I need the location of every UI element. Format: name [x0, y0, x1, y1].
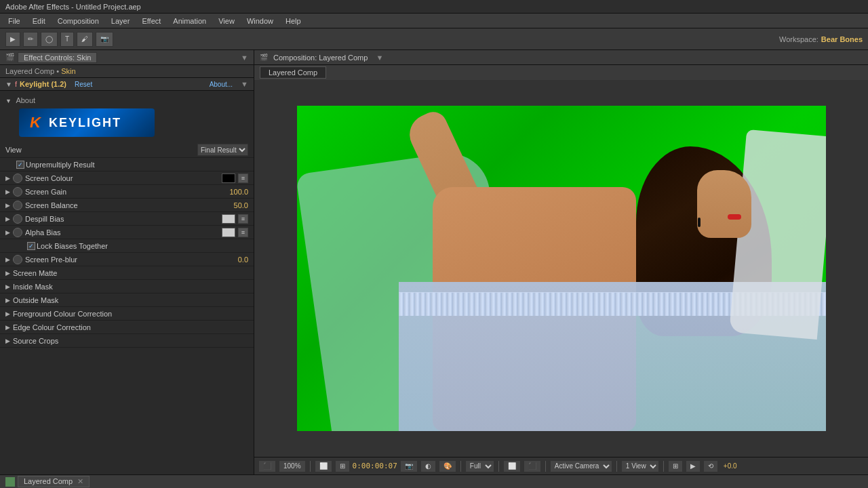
viewer-show-alpha-btn[interactable]: ◐	[420, 460, 436, 472]
effect-reset-btn[interactable]: Reset	[75, 81, 92, 88]
viewer-reset-btn[interactable]: ⟲	[703, 460, 718, 472]
toolbar-select[interactable]: ▶	[5, 32, 20, 47]
face	[697, 170, 751, 238]
edge-colour-expand[interactable]: ▶	[5, 324, 10, 331]
effect-controls-tab[interactable]: Effect Controls: Skin	[18, 52, 97, 63]
panel-icon: 🎬	[5, 53, 15, 62]
toolbar-pen[interactable]: ✏	[23, 32, 38, 47]
toolbar-text[interactable]: T	[60, 32, 74, 47]
comp-tab-layered[interactable]: Layered Comp	[260, 66, 326, 79]
edge-colour-label: Edge Colour Correction	[13, 323, 248, 331]
view-dropdown[interactable]: Final Result	[197, 144, 248, 156]
view-row: View Final Result	[0, 142, 254, 158]
preblur-stopwatch[interactable]	[13, 255, 22, 264]
toolbar-camera[interactable]: 📷	[96, 32, 113, 47]
despill-bias-expand[interactable]: ▶	[5, 216, 10, 222]
preblur-value[interactable]: 0.0	[238, 256, 248, 264]
screen-colour-swatch[interactable]	[222, 174, 235, 183]
effect-toggle-icon[interactable]: f	[15, 80, 17, 88]
panel-close[interactable]: ▼	[241, 54, 248, 62]
breadcrumb-layer: Skin	[61, 67, 75, 75]
lock-biases-checkbox[interactable]	[27, 242, 35, 250]
viewer-camera-select[interactable]: Active Camera	[550, 460, 612, 472]
screen-colour-label: Screen Colour	[25, 174, 222, 182]
viewer-3d-btn[interactable]: ⊞	[668, 460, 683, 472]
viewer-offset: +0.0	[724, 462, 737, 470]
screen-colour-stopwatch[interactable]	[13, 174, 22, 183]
about-label: About	[16, 96, 35, 104]
comp-tabs-bar: Layered Comp	[254, 65, 868, 80]
toolbar-shape[interactable]: ◯	[41, 32, 58, 47]
timeline-tab-close[interactable]: ✕	[77, 477, 83, 485]
preblur-expand[interactable]: ▶	[5, 256, 10, 263]
viewer-grid-btn[interactable]: ⊞	[335, 460, 350, 472]
earring	[698, 218, 701, 227]
despill-swatch[interactable]	[222, 214, 235, 224]
about-expand[interactable]: ▼	[5, 98, 12, 104]
fg-colour-label: Foreground Colour Correction	[13, 310, 248, 318]
screen-balance-stopwatch[interactable]	[13, 201, 22, 210]
screen-gain-expand[interactable]: ▶	[5, 188, 10, 195]
screen-colour-gradient[interactable]: ≡	[238, 174, 248, 183]
screen-balance-label: Screen Balance	[25, 201, 234, 209]
viewer-snapshot-btn[interactable]: 📷	[400, 460, 418, 472]
viewer-toggle-transparency-btn[interactable]: ⬜	[503, 460, 521, 472]
screen-colour-expand[interactable]: ▶	[5, 175, 10, 182]
effect-expand-icon[interactable]: ▼	[5, 81, 12, 88]
effect-about-btn[interactable]: About...	[210, 81, 233, 88]
despill-stopwatch[interactable]	[13, 214, 22, 224]
viewer-resolution-select[interactable]: Full	[465, 460, 494, 472]
alpha-swatch[interactable]	[222, 228, 235, 237]
viewer-view-select[interactable]: 1 View	[621, 460, 659, 472]
menu-effect[interactable]: Effect	[136, 16, 166, 26]
comp-viewport	[254, 80, 868, 457]
timeline-icon	[5, 477, 15, 487]
menu-help[interactable]: Help	[280, 16, 307, 26]
alpha-bias-expand[interactable]: ▶	[5, 229, 10, 236]
viewer-fit-btn[interactable]: ⬜	[315, 460, 332, 472]
despill-gradient[interactable]: ≡	[238, 214, 248, 224]
viewer-pixels-btn[interactable]: ⬛	[524, 460, 541, 472]
toolbar-brush[interactable]: 🖌	[77, 32, 93, 47]
inside-mask-expand[interactable]: ▶	[5, 283, 10, 290]
screen-colour-row: ▶ Screen Colour ≡	[0, 171, 254, 185]
screen-balance-expand[interactable]: ▶	[5, 202, 10, 209]
viewer-sep1	[310, 461, 311, 472]
source-crops-expand[interactable]: ▶	[5, 338, 10, 344]
menu-window[interactable]: Window	[241, 16, 279, 26]
menu-view[interactable]: View	[213, 16, 240, 26]
app-title: Adobe After Effects - Untitled Project.a…	[5, 3, 141, 11]
menu-animation[interactable]: Animation	[167, 16, 212, 26]
effect-header: ▼ f Keylight (1.2) Reset About... ▼	[0, 78, 254, 91]
viewer-render-btn[interactable]: ▶	[686, 460, 701, 472]
viewer-zoom-btn[interactable]: 100%	[279, 460, 306, 472]
comp-header: 🎬 Composition: Layered Comp ▼	[254, 50, 868, 65]
lock-biases-label: Lock Biases Together	[37, 242, 248, 250]
inside-mask-label: Inside Mask	[13, 283, 248, 291]
screen-balance-value[interactable]: 50.0	[234, 201, 248, 209]
viewer-color-btn[interactable]: 🎨	[439, 460, 456, 472]
unpremultiply-checkbox[interactable]	[16, 161, 24, 169]
timeline-tab[interactable]: Layered Comp ✕	[18, 476, 90, 487]
screen-matte-label: Screen Matte	[13, 269, 248, 277]
fg-colour-expand[interactable]: ▶	[5, 310, 10, 317]
left-panel: 🎬 Effect Controls: Skin ▼ Layered Comp •…	[0, 50, 254, 474]
menu-layer[interactable]: Layer	[106, 16, 136, 26]
screen-gain-value[interactable]: 100.0	[229, 188, 248, 196]
menu-composition[interactable]: Composition	[52, 16, 104, 26]
alpha-gradient[interactable]: ≡	[238, 228, 248, 237]
menu-edit[interactable]: Edit	[27, 16, 51, 26]
breadcrumb-comp: Layered Comp	[5, 67, 54, 75]
screen-gain-label: Screen Gain	[25, 188, 229, 196]
viewer-play-btn[interactable]: ⬛	[258, 460, 276, 472]
alpha-stopwatch[interactable]	[13, 228, 22, 237]
alpha-bias-row: ▶ Alpha Bias ≡	[0, 226, 254, 239]
screen-gain-stopwatch[interactable]	[13, 187, 22, 197]
viewer-sep6	[663, 461, 664, 472]
outside-mask-expand[interactable]: ▶	[5, 297, 10, 304]
menu-file[interactable]: File	[3, 16, 26, 26]
screen-matte-expand[interactable]: ▶	[5, 270, 10, 277]
effect-options-icon[interactable]: ▼	[241, 80, 248, 88]
comp-panel-menu[interactable]: ▼	[376, 54, 383, 62]
workspace-name: Bear Bones	[821, 35, 863, 43]
